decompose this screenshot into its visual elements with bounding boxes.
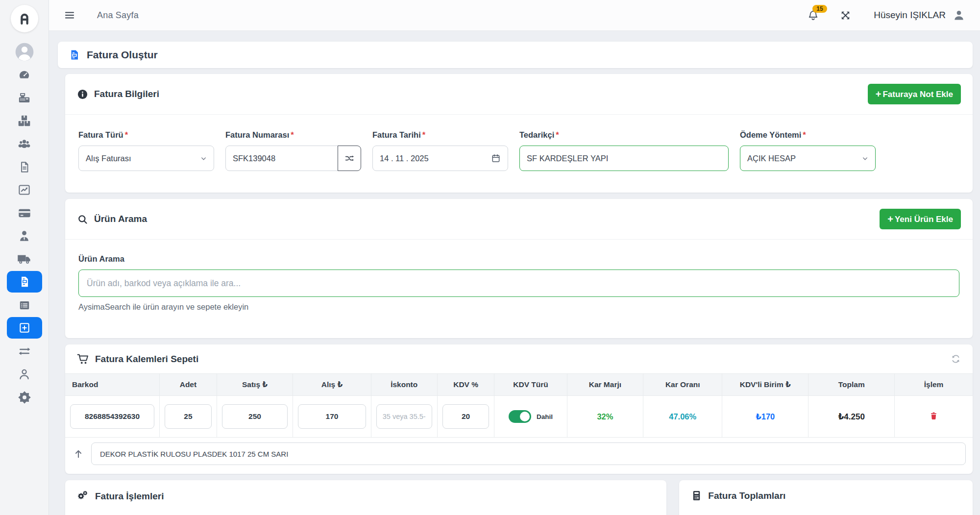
col-kar-marji: Kar Marjı bbox=[567, 374, 643, 396]
plus-square-icon bbox=[18, 321, 31, 334]
col-iskonto: İskonto bbox=[371, 374, 437, 396]
file-invoice-icon bbox=[18, 275, 31, 288]
sale-price-input[interactable] bbox=[222, 404, 288, 429]
col-kar-orani: Kar Oranı bbox=[643, 374, 722, 396]
info-circle-icon bbox=[77, 89, 88, 100]
users-group-icon bbox=[17, 137, 31, 151]
discount-input[interactable] bbox=[376, 404, 432, 429]
sidebar-item-invoice-create-active[interactable] bbox=[7, 317, 42, 339]
user-name[interactable]: Hüseyin IŞIKLAR bbox=[874, 10, 946, 21]
cart-table-row: Dahil 32% 47.06% ₺170 ₺4.250 bbox=[65, 396, 973, 438]
line-total-value: ₺4.250 bbox=[838, 412, 865, 421]
invoice-type-select[interactable]: Alış Faturası bbox=[78, 146, 214, 171]
invoice-totals-title: Fatura Toplamları bbox=[708, 490, 785, 501]
chart-line-icon bbox=[18, 183, 31, 196]
sidebar-item-account[interactable] bbox=[7, 363, 42, 386]
sidebar-item-stock-boxes[interactable] bbox=[7, 109, 42, 132]
document-icon bbox=[18, 161, 31, 173]
sidebar-item-invoices-active[interactable] bbox=[7, 271, 42, 293]
field-invoice-date: Fatura Tarihi* 14 . 11 . 2025 bbox=[372, 130, 508, 171]
settings-badge-icon bbox=[18, 391, 31, 404]
field-invoice-type: Fatura Türü* Alış Faturası bbox=[78, 130, 214, 171]
delete-row-button[interactable] bbox=[929, 411, 938, 420]
sidebar-item-dashboard[interactable] bbox=[7, 63, 42, 86]
calendar-icon bbox=[491, 153, 501, 163]
credit-card-icon bbox=[18, 206, 31, 220]
cart-card: Fatura Kalemleri Sepeti bbox=[65, 344, 973, 474]
field-payment-method: Ödeme Yöntemi* AÇIK HESAP bbox=[740, 130, 876, 171]
expand-arrows-icon bbox=[840, 10, 851, 21]
vat-included-toggle[interactable] bbox=[509, 410, 531, 423]
user-icon[interactable] bbox=[953, 9, 965, 22]
invoice-totals-card: Fatura Toplamları bbox=[679, 480, 973, 515]
invoice-operations-title: Fatura İşlemleri bbox=[95, 491, 164, 502]
page-title-card: Fatura Oluştur bbox=[58, 42, 973, 68]
invoice-date-input[interactable]: 14 . 11 . 2025 bbox=[372, 146, 508, 171]
generate-invoice-number-button[interactable] bbox=[338, 146, 361, 171]
menu-hamburger-icon[interactable] bbox=[64, 9, 75, 21]
quantity-input[interactable] bbox=[165, 404, 212, 429]
col-alis: Alış ₺ bbox=[293, 374, 371, 396]
app-logo[interactable] bbox=[11, 5, 38, 32]
page-title: Fatura Oluştur bbox=[87, 49, 158, 61]
shuffle-icon bbox=[344, 153, 355, 164]
arrow-up-icon bbox=[73, 448, 84, 459]
page-content: Fatura Oluştur Fatura Bilgileri + Fatura… bbox=[49, 31, 980, 515]
notifications-button[interactable]: 15 bbox=[807, 9, 819, 22]
calculator-icon bbox=[691, 490, 702, 501]
col-islem: İşlem bbox=[895, 374, 973, 396]
topbar: Ana Sayfa 15 Hüseyin IŞIKLAR bbox=[49, 0, 980, 31]
sidebar-item-customers[interactable] bbox=[7, 132, 42, 155]
sidebar-item-settings[interactable] bbox=[7, 386, 42, 409]
truck-icon bbox=[17, 252, 31, 266]
barcode-input[interactable] bbox=[70, 404, 154, 429]
add-new-product-button[interactable]: + Yeni Ürün Ekle bbox=[880, 209, 961, 229]
sidebar-item-documents[interactable] bbox=[7, 155, 42, 178]
product-description-row bbox=[65, 438, 973, 474]
product-search-label: Ürün Arama bbox=[78, 254, 959, 264]
cart-icon bbox=[77, 353, 89, 365]
invoice-info-title: Fatura Bilgileri bbox=[94, 89, 159, 99]
refresh-icon bbox=[951, 354, 961, 364]
col-satis: Satış ₺ bbox=[217, 374, 293, 396]
breadcrumb[interactable]: Ana Sayfa bbox=[97, 10, 139, 21]
gears-icon bbox=[77, 490, 89, 502]
cart-title: Fatura Kalemleri Sepeti bbox=[95, 354, 198, 365]
main-area: Ana Sayfa 15 Hüseyin IŞIKLAR bbox=[49, 0, 980, 515]
sidebar-item-cash-register[interactable] bbox=[7, 86, 42, 109]
sidebar-item-personnel[interactable] bbox=[7, 224, 42, 247]
list-icon bbox=[18, 299, 31, 312]
sidebar-item-payments[interactable] bbox=[7, 201, 42, 224]
product-search-helper: AysimaSearch ile ürün arayın ve sepete e… bbox=[78, 302, 959, 312]
unit-price-with-vat-value: ₺170 bbox=[756, 412, 775, 421]
refresh-cart-button[interactable] bbox=[951, 354, 961, 364]
purchase-price-input[interactable] bbox=[298, 404, 366, 429]
supplier-input[interactable]: SF KARDEŞLER YAPI bbox=[519, 146, 729, 171]
col-kdv: KDV % bbox=[437, 374, 494, 396]
product-search-input[interactable] bbox=[78, 270, 959, 297]
sidebar-item-profile-avatar[interactable] bbox=[7, 40, 42, 63]
sidebar-item-shipping[interactable] bbox=[7, 247, 42, 270]
plus-icon: + bbox=[876, 89, 882, 99]
exchange-arrows-icon bbox=[18, 344, 31, 358]
profit-margin-value: 32% bbox=[597, 412, 613, 421]
chevron-down-icon bbox=[200, 155, 207, 162]
sidebar-item-lists[interactable] bbox=[7, 294, 42, 317]
vat-rate-input[interactable] bbox=[442, 404, 490, 429]
sidebar-item-transactions[interactable] bbox=[7, 340, 42, 363]
payment-method-select[interactable]: AÇIK HESAP bbox=[740, 146, 876, 171]
invoice-number-input[interactable]: SFK139048 bbox=[225, 146, 338, 171]
invoice-file-icon bbox=[69, 49, 80, 61]
logo-a-icon bbox=[17, 11, 32, 26]
add-invoice-note-button[interactable]: + Faturaya Not Ekle bbox=[868, 84, 961, 104]
col-kdv-turu: KDV Türü bbox=[494, 374, 567, 396]
product-search-card: Ürün Arama + Yeni Ürün Ekle Ürün Arama A… bbox=[65, 199, 973, 338]
bottom-cards-row: Fatura İşlemleri Fatura Toplamları bbox=[65, 480, 973, 515]
chevron-down-icon bbox=[862, 155, 868, 162]
fullscreen-button[interactable] bbox=[840, 10, 851, 21]
field-invoice-number: Fatura Numarası* SFK139048 bbox=[225, 130, 361, 171]
field-supplier: Tedarikçi* SF KARDEŞLER YAPI bbox=[519, 130, 729, 171]
product-description-input[interactable] bbox=[91, 442, 966, 465]
notification-count-badge: 15 bbox=[812, 5, 827, 13]
sidebar-item-reports[interactable] bbox=[7, 178, 42, 201]
